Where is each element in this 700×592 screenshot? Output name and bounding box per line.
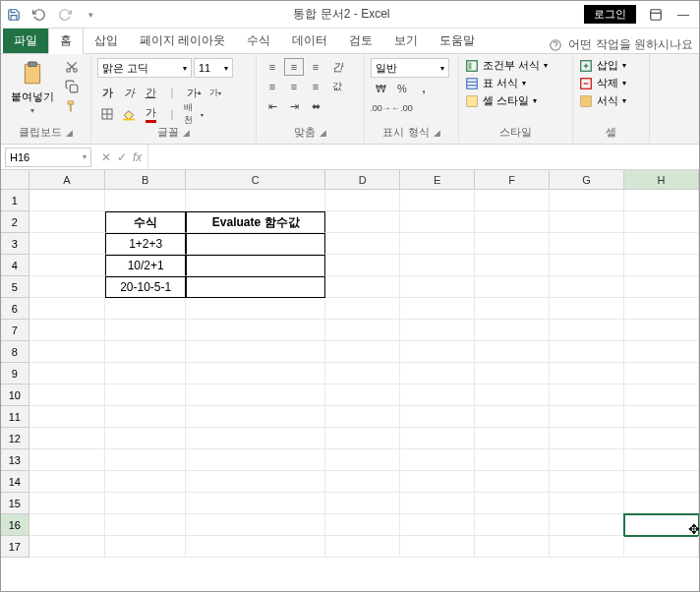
row-header[interactable]: 7 (1, 320, 29, 341)
align-top-icon[interactable]: ≡ (262, 58, 282, 76)
wrap-text-button[interactable]: 값 (327, 78, 347, 95)
tab-home[interactable]: 홈 (48, 28, 84, 54)
cell[interactable] (186, 363, 325, 385)
cell[interactable] (105, 514, 186, 536)
cell[interactable] (550, 233, 624, 255)
cell[interactable] (624, 298, 699, 320)
cell[interactable] (400, 298, 475, 320)
fx-icon[interactable]: fx (133, 150, 142, 164)
cell[interactable] (624, 536, 699, 558)
cell[interactable] (29, 276, 106, 298)
cell[interactable] (400, 255, 475, 276)
increase-font-icon[interactable]: 가▴ (184, 84, 204, 101)
align-left-icon[interactable]: ≡ (262, 78, 282, 95)
cell[interactable] (550, 449, 624, 471)
column-header[interactable]: H (624, 170, 699, 190)
row-header[interactable]: 9 (1, 363, 29, 385)
cell[interactable] (325, 341, 400, 363)
align-center-icon[interactable]: ≡ (284, 78, 304, 95)
cell[interactable] (475, 255, 550, 276)
cell[interactable] (550, 536, 624, 558)
cell[interactable] (550, 276, 624, 298)
cell[interactable] (475, 536, 550, 558)
font-size-combo[interactable]: 11▾ (194, 58, 233, 78)
cell[interactable] (29, 233, 106, 255)
row-header[interactable]: 12 (1, 428, 29, 449)
italic-button[interactable]: 가 (119, 84, 139, 101)
paste-button[interactable]: 붙여넣기 ▾ (7, 58, 58, 117)
cell[interactable] (550, 493, 624, 514)
cell[interactable] (325, 320, 400, 341)
tab-help[interactable]: 도움말 (429, 29, 486, 53)
cell[interactable] (400, 471, 475, 493)
cell[interactable] (186, 341, 325, 363)
cell[interactable] (624, 406, 699, 428)
cell[interactable] (475, 190, 550, 211)
cell[interactable] (550, 255, 624, 276)
conditional-format-button[interactable]: 조건부 서식▾ (465, 58, 548, 73)
cell[interactable] (624, 449, 699, 471)
percent-icon[interactable]: % (392, 80, 412, 97)
cell[interactable] (186, 255, 325, 276)
cell[interactable] (475, 449, 550, 471)
column-header[interactable]: G (550, 170, 624, 190)
row-header[interactable]: 1 (1, 190, 29, 211)
cell[interactable] (105, 471, 186, 493)
cell[interactable] (550, 385, 624, 406)
cell[interactable] (29, 536, 106, 558)
cell[interactable] (105, 341, 186, 363)
bold-button[interactable]: 가 (97, 84, 117, 101)
cell[interactable] (624, 363, 699, 385)
cell[interactable] (400, 233, 475, 255)
cell[interactable] (325, 255, 400, 276)
cell[interactable] (105, 536, 186, 558)
cell[interactable] (400, 536, 475, 558)
cell[interactable] (475, 211, 550, 233)
cell[interactable] (186, 233, 325, 255)
cell[interactable] (475, 471, 550, 493)
cell[interactable] (624, 233, 699, 255)
cell[interactable] (550, 341, 624, 363)
merge-icon[interactable]: ⬌ (306, 97, 325, 115)
cell[interactable] (325, 471, 400, 493)
increase-decimal-icon[interactable]: .00→ (371, 99, 390, 117)
decrease-indent-icon[interactable]: ⇤ (262, 97, 282, 115)
cell[interactable] (105, 493, 186, 514)
cell[interactable] (29, 428, 106, 449)
cell[interactable] (550, 363, 624, 385)
column-header[interactable]: B (105, 170, 186, 190)
cell[interactable] (105, 363, 186, 385)
cell[interactable] (475, 276, 550, 298)
cell[interactable] (475, 385, 550, 406)
ribbon-options-icon[interactable] (644, 5, 668, 25)
delete-cells-button[interactable]: 삭제▾ (579, 76, 626, 90)
font-color-icon[interactable]: 가 (141, 105, 160, 123)
cell[interactable] (624, 211, 699, 233)
cell[interactable] (400, 449, 475, 471)
cell[interactable] (186, 320, 325, 341)
cell[interactable] (475, 406, 550, 428)
column-header[interactable]: A (29, 170, 106, 190)
cell[interactable] (186, 385, 325, 406)
name-box[interactable]: H16▾ (5, 148, 91, 167)
insert-cells-button[interactable]: 삽입▾ (579, 58, 626, 73)
cell[interactable] (624, 255, 699, 276)
tab-view[interactable]: 보기 (383, 29, 429, 53)
row-header[interactable]: 13 (1, 449, 29, 471)
fill-color-icon[interactable] (119, 105, 139, 123)
table-format-button[interactable]: 표 서식▾ (465, 76, 526, 90)
save-icon[interactable] (5, 6, 23, 24)
accounting-icon[interactable]: ₩ (371, 80, 390, 97)
row-header[interactable]: 3 (1, 233, 29, 255)
cell[interactable] (550, 471, 624, 493)
cell[interactable] (325, 298, 400, 320)
cell[interactable] (624, 320, 699, 341)
cell[interactable] (105, 320, 186, 341)
tab-data[interactable]: 데이터 (281, 29, 338, 53)
cell[interactable]: 10/2+1 (105, 255, 186, 276)
cell[interactable] (400, 341, 475, 363)
cell[interactable] (624, 493, 699, 514)
cell-styles-button[interactable]: 셀 스타일▾ (465, 93, 537, 108)
column-header[interactable]: C (186, 170, 325, 190)
cell[interactable] (29, 341, 106, 363)
